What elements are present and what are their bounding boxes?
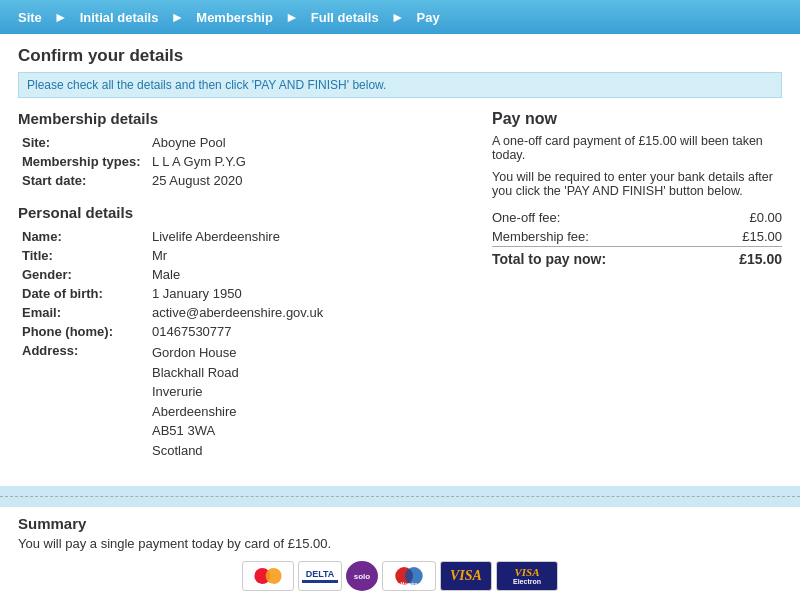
nav-initial-details[interactable]: Initial details [70, 10, 169, 25]
delta-logo: DELTA [298, 561, 342, 591]
start-value: 25 August 2020 [148, 171, 452, 190]
table-row: Start date: 25 August 2020 [18, 171, 452, 190]
table-row: Gender: Male [18, 265, 452, 284]
nav-arrow-4: ► [391, 9, 405, 25]
email-value: active@aberdeenshire.gov.uk [148, 303, 452, 322]
table-row: Site: Aboyne Pool [18, 133, 452, 152]
phone-value: 01467530777 [148, 322, 452, 341]
name-label: Name: [18, 227, 148, 246]
table-row: Membership fee: £15.00 [492, 227, 782, 247]
nav-site[interactable]: Site [8, 10, 52, 25]
mastercard-logo: MasterCard [242, 561, 294, 591]
dob-value: 1 January 1950 [148, 284, 452, 303]
title-value: Mr [148, 246, 452, 265]
table-row: Name: Livelife Aberdeenshire [18, 227, 452, 246]
nav-arrow-1: ► [54, 9, 68, 25]
summary-title: Summary [18, 515, 782, 532]
breadcrumb-nav: Site ► Initial details ► Membership ► Fu… [0, 0, 800, 34]
total-value: £15.00 [703, 247, 782, 270]
total-label: Total to pay now: [492, 247, 703, 270]
address-value: Gordon HouseBlackhall RoadInverurieAberd… [148, 341, 452, 462]
summary-section: Summary You will pay a single payment to… [0, 507, 800, 600]
pay-now-title: Pay now [492, 110, 782, 128]
left-column: Membership details Site: Aboyne Pool Mem… [18, 110, 452, 476]
visa-logo: VISA [440, 561, 492, 591]
site-value: Aboyne Pool [148, 133, 452, 152]
email-label: Email: [18, 303, 148, 322]
nav-pay[interactable]: Pay [407, 10, 450, 25]
site-label: Site: [18, 133, 148, 152]
membership-section-title: Membership details [18, 110, 452, 127]
svg-text:Maestro: Maestro [400, 582, 417, 587]
pay-now-text2: You will be required to enter your bank … [492, 170, 782, 198]
section-divider [0, 496, 800, 497]
address-label: Address: [18, 341, 148, 462]
phone-label: Phone (home): [18, 322, 148, 341]
one-off-value: £0.00 [703, 208, 782, 227]
type-value: L L A Gym P.Y.G [148, 152, 452, 171]
table-row: One-off fee: £0.00 [492, 208, 782, 227]
maestro-logo: Maestro [382, 561, 436, 591]
solo-logo: solo [346, 561, 378, 591]
page-title: Confirm your details [18, 46, 782, 66]
one-off-label: One-off fee: [492, 208, 703, 227]
table-row: Date of birth: 1 January 1950 [18, 284, 452, 303]
membership-fee-value: £15.00 [703, 227, 782, 247]
table-row: Membership types: L L A Gym P.Y.G [18, 152, 452, 171]
total-row: Total to pay now: £15.00 [492, 247, 782, 270]
nav-full-details[interactable]: Full details [301, 10, 389, 25]
right-column: Pay now A one-off card payment of £15.00… [472, 110, 782, 476]
type-label: Membership types: [18, 152, 148, 171]
table-row: Email: active@aberdeenshire.gov.uk [18, 303, 452, 322]
address-lines: Gordon HouseBlackhall RoadInverurieAberd… [152, 343, 448, 460]
info-bar: Please check all the details and then cl… [18, 72, 782, 98]
table-row: Address: Gordon HouseBlackhall RoadInver… [18, 341, 452, 462]
membership-fee-label: Membership fee: [492, 227, 703, 247]
gender-value: Male [148, 265, 452, 284]
svg-text:MasterCard: MasterCard [257, 582, 280, 587]
dob-label: Date of birth: [18, 284, 148, 303]
two-column-layout: Membership details Site: Aboyne Pool Mem… [18, 110, 782, 476]
name-value: Livelife Aberdeenshire [148, 227, 452, 246]
fee-table: One-off fee: £0.00 Membership fee: £15.0… [492, 208, 782, 269]
title-label: Title: [18, 246, 148, 265]
nav-arrow-3: ► [285, 9, 299, 25]
nav-membership[interactable]: Membership [186, 10, 283, 25]
pay-now-text1: A one-off card payment of £15.00 will be… [492, 134, 782, 162]
membership-details-table: Site: Aboyne Pool Membership types: L L … [18, 133, 452, 190]
table-row: Title: Mr [18, 246, 452, 265]
nav-arrow-2: ► [170, 9, 184, 25]
summary-text: You will pay a single payment today by c… [18, 536, 782, 551]
table-row: Phone (home): 01467530777 [18, 322, 452, 341]
start-label: Start date: [18, 171, 148, 190]
visa-electron-logo: VISA Electron [496, 561, 558, 591]
card-logos: MasterCard DELTA solo Maestro VISA VISA … [18, 561, 782, 591]
personal-section-title: Personal details [18, 204, 452, 221]
main-content: Confirm your details Please check all th… [0, 34, 800, 486]
gender-label: Gender: [18, 265, 148, 284]
personal-details-table: Name: Livelife Aberdeenshire Title: Mr G… [18, 227, 452, 462]
